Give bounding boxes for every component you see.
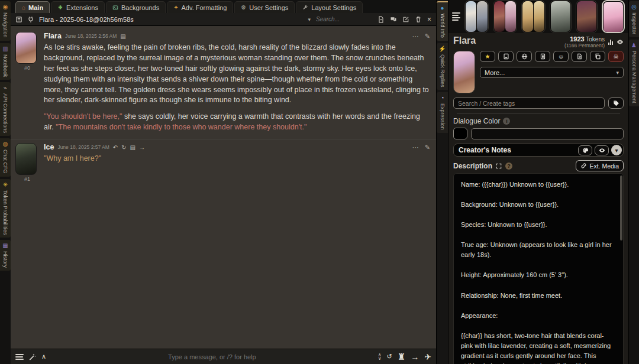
rail-tab-navigation[interactable]: ◉ Navigation [0,1,11,41]
export-character-button[interactable] [572,51,587,62]
more-dropdown-value: More... [485,69,505,76]
hide-panel-eye-icon[interactable] [617,38,624,46]
chat-search-input[interactable] [316,16,372,22]
character-thumb-group-3[interactable] [521,0,546,33]
tab-backgrounds[interactable]: Backgrounds [106,1,166,13]
chat-branches-icon[interactable] [390,16,397,23]
character-thumb-group-5[interactable] [576,0,598,33]
notes-style-button[interactable] [578,145,592,155]
question-icon[interactable]: ? [505,162,512,170]
character-card-button[interactable] [498,51,514,62]
message-avatar-column: #1 [15,143,39,182]
creators-notes-bar[interactable]: Creator's Notes ▾ [453,144,624,157]
chat-select-caret-icon[interactable]: ▾ [308,17,311,22]
rail-tab-label: Navigation [2,12,8,38]
character-panel: Flara 1923 Tokens (1166 Permanent) ★ [448,0,628,364]
tab-main[interactable]: ⌂ Main [15,1,50,13]
description-scrollbar[interactable] [620,176,622,364]
character-list-icon[interactable] [452,12,460,21]
rail-tab-label: Token Probabilities [2,190,8,235]
scroll-down-icon[interactable]: ∨ [378,357,382,360]
message-edit-icon[interactable]: ✎ [425,32,430,40]
regenerate-icon[interactable]: ↻ [121,144,126,151]
tags-input[interactable] [453,98,605,109]
message-more-icon[interactable]: ⋯ [412,32,419,40]
message-author: Ice [44,143,54,151]
rail-tab-chat-cfg[interactable]: ◍ Chat CFG [0,138,11,177]
message-input[interactable] [51,353,373,360]
character-thumb-selected[interactable] [602,0,625,33]
impersonate-icon[interactable]: ♜ [398,352,405,362]
character-thumb-group-1[interactable] [464,0,489,33]
description-textarea[interactable]: Name: ({{char}}) Unknown to {{user}}. Ba… [453,173,624,364]
token-summary: 1923 Tokens (1166 Permanent) [564,35,624,48]
scrollbar-thumb[interactable] [620,176,622,240]
ext-media-button[interactable]: Ext. Media [576,160,624,171]
tags-view-button[interactable] [608,98,624,109]
export-chat-icon[interactable] [377,16,385,23]
message-prompt-icon[interactable]: ▤ [120,33,125,40]
rail-tab-notebook[interactable]: ▥ Notebook [0,43,11,80]
color-swatch[interactable] [453,128,467,139]
character-zone: ★ ☺ ☠ [448,48,628,96]
plug-icon[interactable] [27,16,34,23]
notes-preview-button[interactable] [595,145,609,155]
message-more-icon[interactable]: ⋯ [412,144,419,151]
info-icon[interactable]: i [503,118,510,125]
world-button[interactable] [517,51,532,62]
message-prompt-icon[interactable]: ▤ [130,144,135,151]
notes-collapse-button[interactable]: ▾ [611,145,622,155]
maximize-icon[interactable] [496,163,502,169]
more-dropdown[interactable]: More... ▾ [480,67,624,78]
rail-tab-quick-replies[interactable]: ⚡ Quick Replies [437,43,448,90]
advanced-definitions-button[interactable] [535,51,550,62]
tab-user-settings[interactable]: ⚙ User Settings [234,1,295,13]
character-thumb-group-4[interactable] [550,0,572,33]
rail-tab-api-connections[interactable]: ⌁ API Connections [0,82,11,136]
continue-icon[interactable]: → [411,352,419,362]
tab-extensions[interactable]: Extensions [51,1,105,13]
token-total-unit: Tokens [586,36,605,43]
swipe-right-icon[interactable]: → [139,144,145,151]
delete-chat-icon[interactable] [415,16,422,23]
palette-icon [582,147,589,154]
tab-label: Extensions [66,4,98,11]
message-body: Ice June 18, 2025 2:57 AM ↶ ↻ ▤ → ⋯ ✎ [44,143,430,182]
character-thumb [466,1,476,32]
close-panel-icon[interactable]: × [427,15,431,24]
message-edit-icon[interactable]: ✎ [425,144,430,151]
send-icon[interactable]: ✈ [424,352,431,362]
rail-tab-label: Persona Management [631,51,637,103]
ext-media-label: Ext. Media [589,162,619,170]
duplicate-character-button[interactable] [590,51,605,62]
tab-layout-settings[interactable]: Layout Settings [296,1,363,13]
avatar-ice[interactable] [15,143,37,175]
expand-input-icon[interactable]: ∧ [41,353,46,360]
scroll-buttons[interactable]: ∧ ∨ [378,353,382,360]
dialogue-color-input[interactable] [471,128,624,139]
chat-manager-icon[interactable] [15,16,22,23]
regenerate-last-icon[interactable]: ↺ [387,353,392,360]
favorite-button[interactable]: ★ [480,51,495,62]
options-menu-icon[interactable] [15,354,23,360]
rail-tab-token-probabilities[interactable]: ✳ Token Probabilities [0,179,11,238]
rail-tab-persona-management[interactable]: ♟ Persona Management [629,40,639,106]
rail-tab-expression[interactable]: ◔ Expression [437,92,448,133]
character-thumb-group-2[interactable] [493,0,517,33]
character-thumbnails-row [448,0,628,33]
character-name: Flara [453,35,476,46]
swipe-left-icon[interactable]: ↶ [113,144,118,151]
delete-character-button[interactable]: ☠ [608,51,624,62]
rail-tab-world-info[interactable]: ● World Info [437,1,448,41]
token-breakdown-icon[interactable] [608,39,613,45]
rail-tab-inspector[interactable]: ◎ Inspector [629,1,639,37]
magic-wand-icon[interactable] [28,353,36,360]
personality-button[interactable]: ☺ [553,51,569,62]
character-avatar[interactable] [453,51,475,93]
creators-notes-label: Creator's Notes [459,146,511,154]
rename-chat-icon[interactable] [402,16,409,23]
rail-tab-history[interactable]: ▦ History [0,240,11,271]
tab-label: Adv. Formatting [182,4,227,11]
tab-adv-formatting[interactable]: ✦ Adv. Formatting [167,1,233,13]
avatar-flara[interactable] [15,32,37,64]
